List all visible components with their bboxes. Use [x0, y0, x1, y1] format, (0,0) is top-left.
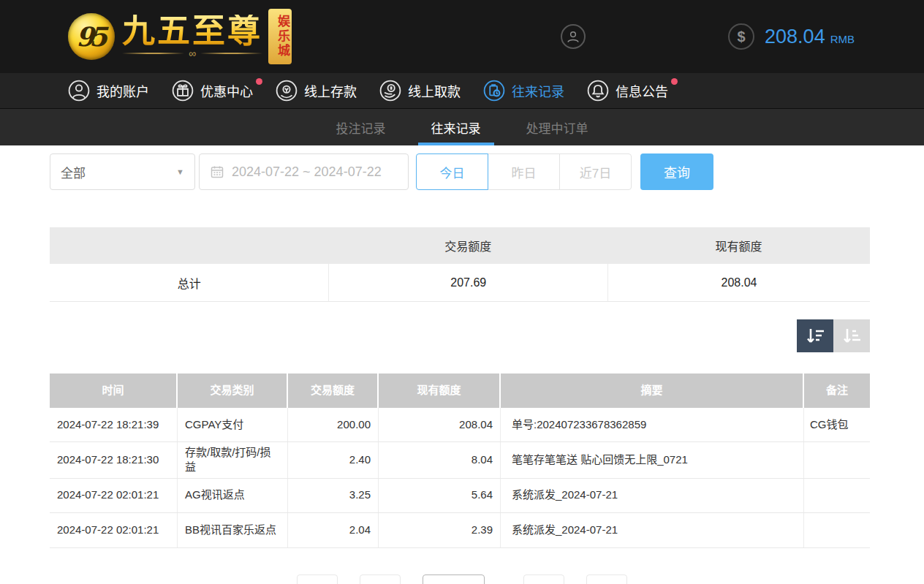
cell-balance: 208.04: [379, 408, 501, 441]
nav-item-announcements[interactable]: 信息公告: [587, 80, 668, 102]
nav-label: 线上存款: [304, 81, 357, 100]
today-button[interactable]: 今日: [416, 153, 488, 190]
username-blurred: [591, 28, 683, 45]
cell-type: CGPAY支付: [178, 408, 288, 441]
tab-transaction-records[interactable]: 往来记录: [418, 109, 494, 145]
cell-note: [804, 479, 870, 512]
cell-note: CG钱包: [804, 408, 870, 441]
nav-item-my-account[interactable]: 我的账户: [68, 80, 149, 102]
withdraw-hand-icon: [379, 80, 401, 102]
next-page-button[interactable]: ›: [523, 574, 564, 584]
date-range-input[interactable]: 2024-07-22 ~ 2024-07-22: [199, 153, 409, 190]
cell-type: AG视讯返点: [178, 479, 288, 512]
balance-amount: 208.04: [765, 26, 825, 48]
summary-balance-total: 208.04: [607, 264, 870, 301]
user-icon: [561, 24, 586, 49]
sort-controls: [0, 319, 870, 352]
nav-item-promotions[interactable]: 优惠中心: [172, 80, 253, 102]
type-select[interactable]: 全部 ▼: [50, 153, 195, 190]
summary-header-row: 交易额度 现有额度: [50, 227, 870, 264]
calendar-icon: [210, 164, 224, 179]
nav-label: 信息公告: [616, 81, 668, 100]
main-nav: 我的账户 优惠中心 线上存款 线上取款: [0, 73, 924, 109]
cell-time: 2024-07-22 18:21:30: [50, 442, 178, 478]
pagination: « ‹ /1 › »: [0, 574, 924, 584]
page-number-input[interactable]: [423, 574, 485, 584]
user-account-chip[interactable]: [561, 24, 683, 49]
cell-type: 存款/取款/打码/损益: [178, 442, 288, 478]
cell-balance: 8.04: [379, 442, 501, 478]
chevron-down-icon: ▼: [176, 167, 184, 176]
last-page-button[interactable]: »: [586, 574, 627, 584]
cell-note: [804, 513, 870, 547]
nav-label: 线上取款: [408, 81, 461, 100]
quick-date-group: 今日 昨日 近7日: [416, 153, 632, 190]
cell-balance: 5.64: [379, 479, 501, 512]
nav-item-withdraw[interactable]: 线上取款: [379, 80, 461, 102]
summary-transaction-total: 207.69: [328, 264, 607, 301]
nav-item-deposit[interactable]: 线上存款: [276, 80, 357, 102]
notification-dot: [671, 78, 678, 85]
site-logo[interactable]: 95 九五至尊 ∞ 娱乐城: [68, 9, 292, 64]
cell-note: [804, 442, 870, 478]
last7days-button[interactable]: 近7日: [559, 153, 632, 190]
summary-total-label: 总计: [50, 264, 328, 301]
tab-pending-orders[interactable]: 处理中订单: [513, 109, 602, 145]
cell-amount: 2.40: [288, 442, 379, 478]
notification-dot: [256, 78, 262, 85]
tab-betting-records[interactable]: 投注记录: [323, 109, 399, 145]
page-total-label: /1: [492, 579, 501, 584]
cell-summary: 系统派发_2024-07-21: [501, 479, 804, 512]
logo-emblem-icon: 95: [68, 13, 115, 60]
table-row: 2024-07-22 18:21:30 存款/取款/打码/损益 2.40 8.0…: [50, 442, 870, 479]
sort-amount-desc-icon[interactable]: [797, 319, 833, 352]
table-row: 2024-07-22 18:21:39 CGPAY支付 200.00 208.0…: [50, 408, 870, 442]
cell-amount: 3.25: [288, 479, 379, 512]
filter-bar: 全部 ▼ 2024-07-22 ~ 2024-07-22 今日 昨日 近7日 查…: [50, 153, 924, 190]
records-clipboard-icon: [483, 80, 505, 102]
sort-amount-asc-icon[interactable]: [833, 319, 870, 352]
cell-time: 2024-07-22 02:01:21: [50, 513, 178, 547]
cell-summary: 系统派发_2024-07-21: [501, 513, 804, 547]
top-header: 95 九五至尊 ∞ 娱乐城 $ 208.04 RMB: [0, 0, 924, 73]
cell-summary: 笔笔存笔笔送 贴心回馈无上限_0721: [501, 442, 804, 478]
search-button[interactable]: 查询: [640, 153, 713, 190]
balance-display: $ 208.04 RMB: [728, 23, 855, 50]
date-range-value: 2024-07-22 ~ 2024-07-22: [232, 164, 382, 180]
cell-time: 2024-07-22 02:01:21: [50, 479, 178, 512]
cell-amount: 200.00: [288, 408, 379, 441]
deposit-coin-icon: [276, 80, 298, 102]
summary-header-transaction: 交易额度: [328, 227, 607, 264]
logo-title: 九五至尊: [122, 15, 262, 48]
type-select-value: 全部: [61, 163, 86, 181]
first-page-button[interactable]: «: [297, 574, 338, 584]
records-table: 时间 交易类别 交易额度 现有额度 摘要 备注 2024-07-22 18:21…: [50, 373, 870, 548]
logo-badge: 娱乐城: [268, 9, 292, 64]
gift-icon: [172, 80, 194, 102]
user-icon: [68, 80, 90, 102]
nav-label: 优惠中心: [200, 81, 253, 100]
summary-header-balance: 现有额度: [607, 227, 870, 264]
cell-amount: 2.04: [288, 513, 379, 547]
cell-balance: 2.39: [379, 513, 501, 547]
table-row: 2024-07-22 02:01:21 BB视讯百家乐返点 2.04 2.39 …: [50, 513, 870, 547]
cell-type: BB视讯百家乐返点: [178, 513, 288, 547]
table-row: 2024-07-22 02:01:21 AG视讯返点 3.25 5.64 系统派…: [50, 479, 870, 513]
summary-table: 交易额度 现有额度 总计 207.69 208.04: [50, 227, 870, 302]
dollar-coin-icon: $: [728, 23, 754, 50]
prev-page-button[interactable]: ‹: [360, 574, 401, 584]
bell-icon: [587, 80, 609, 102]
logo-flourish-icon: ∞: [122, 48, 262, 59]
active-tab-underline: [418, 143, 494, 145]
nav-label: 我的账户: [96, 81, 149, 100]
cell-summary: 单号:202407233678362859: [501, 408, 804, 441]
balance-currency: RMB: [830, 33, 855, 45]
table-header-row: 时间 交易类别 交易额度 现有额度 摘要 备注: [50, 373, 870, 408]
nav-item-transaction-records[interactable]: 往来记录: [483, 80, 564, 102]
cell-time: 2024-07-22 18:21:39: [50, 408, 178, 441]
nav-label: 往来记录: [512, 81, 564, 100]
yesterday-button[interactable]: 昨日: [488, 153, 560, 190]
summary-total-row: 总计 207.69 208.04: [50, 264, 870, 302]
sub-tab-bar: 投注记录 往来记录 处理中订单: [0, 109, 924, 145]
